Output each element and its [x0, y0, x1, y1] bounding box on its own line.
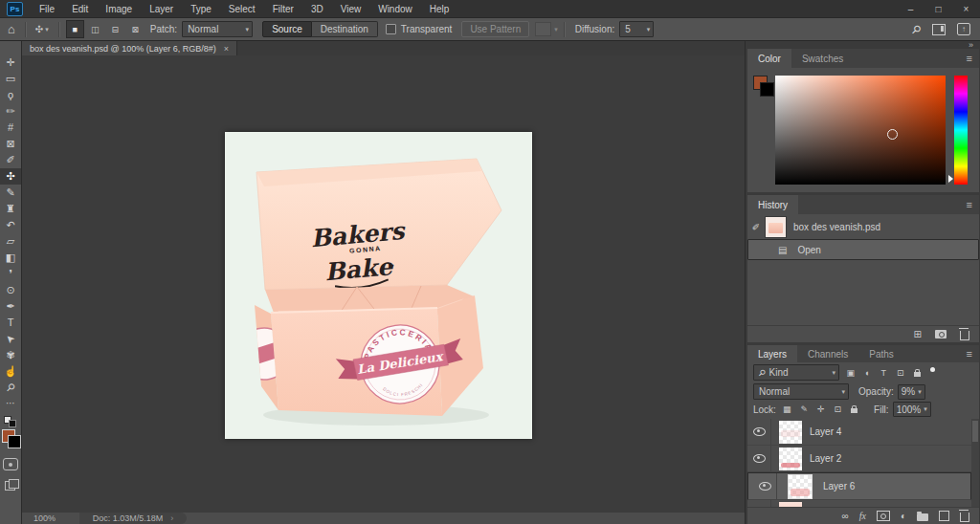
- gradient-tool[interactable]: ◧: [0, 250, 21, 266]
- eyedropper-tool[interactable]: ✐: [0, 152, 21, 168]
- background-color-mini-swatch[interactable]: [760, 82, 774, 97]
- lock-image-pixels-icon[interactable]: ✎: [800, 404, 808, 414]
- layer-name[interactable]: Layer 6: [823, 481, 855, 491]
- zoom-tool[interactable]: ⚲: [0, 380, 21, 396]
- patch-mode-select[interactable]: Normal ▾: [182, 21, 253, 37]
- visibility-eye-icon[interactable]: [759, 482, 771, 491]
- layer-effects-icon[interactable]: fx: [859, 511, 866, 521]
- background-color-swatch[interactable]: [8, 435, 21, 448]
- menu-layer[interactable]: Layer: [141, 0, 182, 17]
- custom-shape-tool[interactable]: ✾: [0, 347, 21, 363]
- share-icon[interactable]: ↑: [957, 23, 970, 35]
- history-snapshot-row[interactable]: ✐ box des veanish.psd: [747, 214, 979, 239]
- history-brush-source-icon[interactable]: ✐: [747, 222, 765, 232]
- add-selection-mode-button[interactable]: ◫: [86, 20, 104, 38]
- scrollbar-thumb[interactable]: [972, 421, 978, 442]
- menu-edit[interactable]: Edit: [63, 0, 97, 17]
- delete-state-icon[interactable]: [960, 331, 969, 340]
- filter-pixel-layers-icon[interactable]: ▣: [847, 368, 856, 378]
- link-layers-icon[interactable]: ∞: [842, 511, 849, 521]
- menu-help[interactable]: Help: [421, 0, 458, 17]
- type-tool[interactable]: T: [0, 315, 21, 331]
- delete-layer-icon[interactable]: [960, 513, 969, 522]
- minimize-button[interactable]: –: [897, 0, 924, 17]
- document-image[interactable]: Bakers GONNA Bake ♥: [225, 132, 532, 439]
- filter-kind-select[interactable]: ⚲ Kind ▾: [753, 364, 839, 381]
- zoom-level[interactable]: 100%: [33, 513, 66, 523]
- layer-row[interactable]: Layer 2: [747, 446, 971, 472]
- layer-row[interactable]: Layer 1: [747, 500, 971, 507]
- visibility-eye-icon[interactable]: [753, 427, 766, 436]
- opacity-field[interactable]: 9% ▾: [898, 384, 925, 400]
- source-button[interactable]: Source: [262, 21, 312, 37]
- subtract-selection-mode-button[interactable]: ⊟: [106, 20, 124, 38]
- edit-toolbar-icon[interactable]: ⋯: [6, 398, 15, 408]
- filter-smart-objects-icon[interactable]: [914, 372, 921, 377]
- layer-row[interactable]: Layer 4: [747, 419, 971, 446]
- color-panel-swatches[interactable]: [753, 76, 774, 97]
- tab-color[interactable]: Color: [747, 49, 791, 68]
- diffusion-select[interactable]: 5 ▾: [619, 21, 654, 37]
- panel-menu-icon[interactable]: ≡: [967, 345, 979, 362]
- intersect-selection-mode-button[interactable]: ⊠: [126, 20, 145, 38]
- adjustment-layer-icon[interactable]: ◐: [901, 511, 906, 521]
- smudge-tool[interactable]: ❜: [0, 266, 21, 282]
- filter-shape-layers-icon[interactable]: ⊡: [897, 368, 904, 378]
- menu-3d[interactable]: 3D: [302, 0, 332, 17]
- collapse-panels-icon[interactable]: »: [746, 41, 980, 49]
- history-state-row[interactable]: ▤ Open: [747, 239, 979, 260]
- new-group-icon[interactable]: [917, 513, 928, 521]
- tab-layers[interactable]: Layers: [747, 345, 797, 362]
- hand-tool[interactable]: ☝: [0, 363, 21, 380]
- quick-selection-tool[interactable]: ✏: [0, 103, 21, 120]
- workspace-switcher-icon[interactable]: [932, 24, 946, 35]
- destination-button[interactable]: Destination: [312, 21, 378, 37]
- lock-all-icon[interactable]: [851, 408, 858, 413]
- layer-thumbnail[interactable]: [779, 421, 802, 444]
- close-document-icon[interactable]: ×: [224, 44, 229, 54]
- path-selection-tool[interactable]: ➤: [0, 331, 21, 347]
- clone-stamp-tool[interactable]: ♜: [0, 201, 21, 217]
- panel-menu-icon[interactable]: ≡: [967, 49, 979, 68]
- menu-window[interactable]: Window: [369, 0, 421, 17]
- layer-thumbnail[interactable]: [789, 475, 812, 498]
- new-document-from-state-icon[interactable]: ⊞: [914, 329, 922, 339]
- menu-filter[interactable]: Filter: [264, 0, 302, 17]
- default-colors-icon[interactable]: [4, 414, 17, 426]
- tab-paths[interactable]: Paths: [858, 345, 904, 362]
- menu-file[interactable]: File: [31, 0, 63, 17]
- new-layer-icon[interactable]: [939, 511, 949, 521]
- dodge-tool[interactable]: ⊙: [0, 282, 21, 298]
- history-brush-tool[interactable]: ↶: [0, 217, 21, 233]
- layer-filtering-toggle[interactable]: [930, 367, 935, 372]
- tab-channels[interactable]: Channels: [797, 345, 858, 362]
- layer-name[interactable]: Layer 4: [810, 426, 841, 437]
- hue-slider[interactable]: [954, 76, 968, 185]
- rectangular-marquee-tool[interactable]: ▭: [0, 71, 21, 87]
- home-icon[interactable]: ⌂: [8, 22, 15, 36]
- restore-button[interactable]: □: [924, 0, 952, 17]
- layer-thumbnail[interactable]: [779, 448, 802, 470]
- brush-tool[interactable]: ✎: [0, 185, 21, 201]
- layer-row-selected[interactable]: Layer 6: [747, 472, 971, 500]
- add-layer-mask-icon[interactable]: [877, 511, 890, 521]
- layers-scrollbar[interactable]: [971, 419, 979, 507]
- foreground-background-swatches[interactable]: [1, 429, 20, 448]
- fill-field[interactable]: 100% ▾: [893, 402, 931, 417]
- pen-tool[interactable]: ✒: [0, 298, 21, 315]
- color-picker-cursor[interactable]: [887, 129, 898, 140]
- tab-swatches[interactable]: Swatches: [791, 49, 854, 68]
- lock-position-icon[interactable]: ✛: [817, 404, 825, 414]
- transparent-checkbox[interactable]: [386, 24, 396, 34]
- filter-type-layers-icon[interactable]: T: [880, 368, 886, 378]
- document-size-field[interactable]: Doc: 1.03M/5.18M ›: [79, 513, 187, 524]
- filter-adjustment-layers-icon[interactable]: ◐: [865, 368, 870, 378]
- saturation-brightness-field[interactable]: [775, 76, 946, 185]
- menu-view[interactable]: View: [332, 0, 370, 17]
- new-snapshot-icon[interactable]: [935, 330, 947, 338]
- crop-tool[interactable]: #: [0, 120, 21, 136]
- menu-type[interactable]: Type: [182, 0, 220, 17]
- canvas-area[interactable]: Bakers GONNA Bake ♥: [22, 55, 745, 513]
- blend-mode-select[interactable]: Normal ▾: [753, 383, 849, 400]
- visibility-eye-icon[interactable]: [753, 454, 766, 463]
